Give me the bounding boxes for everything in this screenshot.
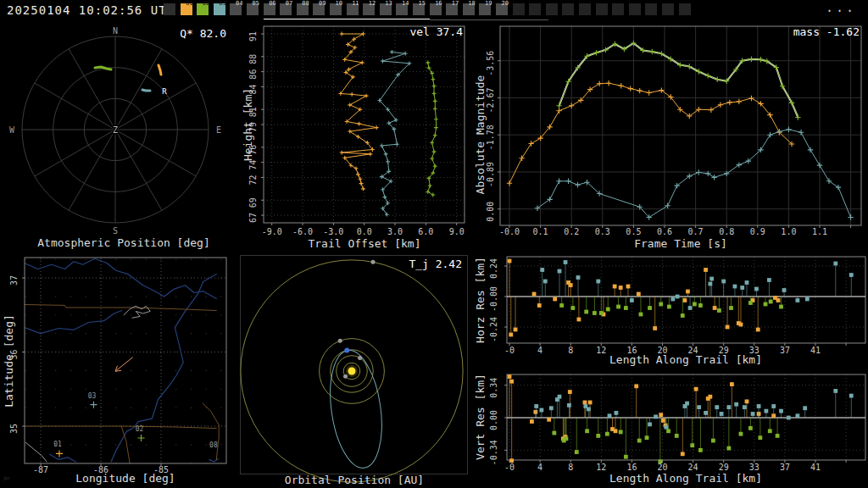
map-station-01: 01	[53, 441, 63, 457]
station-square-label: 08	[302, 0, 309, 7]
station-square-off-21	[513, 3, 525, 15]
station-square-09[interactable]: 09	[313, 3, 325, 15]
station-square-label: 18	[468, 0, 475, 7]
station-square-06[interactable]: 06	[264, 3, 275, 15]
station-square-label: 15	[419, 0, 426, 7]
station-square-02[interactable]: 02	[197, 3, 209, 15]
station-square-label: 20	[502, 0, 509, 7]
velocity-value: vel 37.4	[409, 25, 463, 38]
station-square-14[interactable]: 14	[396, 3, 408, 15]
svg-text:12: 12	[596, 346, 606, 355]
station-square-label: 13	[385, 0, 392, 7]
panel-orbit: T_j 2.42 Orbital Position [AU]	[240, 251, 469, 488]
svg-text:35: 35	[9, 424, 19, 434]
station-square-label: 06	[269, 0, 275, 7]
planet-mercury	[343, 374, 348, 379]
station-square-label: 03	[219, 0, 225, 7]
svg-text:86: 86	[248, 69, 258, 80]
vert-res-series-teal	[534, 389, 853, 430]
magnitude-series-orange	[507, 80, 794, 186]
svg-text:-0.89: -0.89	[486, 162, 495, 187]
horz-res-xlabel: Length Along Trail [km]	[609, 353, 762, 366]
station-square-label: 16	[435, 0, 442, 7]
svg-text:1.0: 1.0	[781, 227, 796, 236]
trail-offset-plot: -9.0-6.0-3.00.03.06.09.06769727476798184…	[240, 20, 471, 251]
vert-res-xlabel: Length Along Trail [km]	[609, 472, 762, 485]
station-square-label: 19	[485, 0, 492, 7]
svg-text:0.9: 0.9	[750, 227, 765, 236]
svg-text:-0.34: -0.34	[489, 440, 498, 465]
station-square-label: 02	[203, 0, 209, 7]
svg-text:0.24: 0.24	[489, 258, 498, 279]
station-square-13[interactable]: 13	[380, 3, 392, 15]
ground-track-arrow	[115, 358, 133, 372]
scrub-segment	[264, 19, 430, 19]
magnitude-ylabel: Absolute Magnitude	[474, 75, 487, 195]
svg-text:-3.0: -3.0	[323, 227, 343, 236]
svg-text:-9.0: -9.0	[262, 227, 282, 236]
svg-text:08: 08	[209, 441, 218, 449]
station-square-08[interactable]: 08	[297, 3, 309, 15]
station-square-label: 04	[236, 0, 242, 7]
station-square-01[interactable]: 01	[181, 3, 192, 15]
svg-text:-0.00: -0.00	[489, 286, 498, 312]
svg-text:0.0: 0.0	[357, 227, 372, 236]
svg-text:24: 24	[688, 463, 698, 472]
trail-series-orange	[338, 32, 378, 191]
station-square-03[interactable]: 03	[214, 3, 225, 15]
station-square-16[interactable]: 16	[430, 3, 442, 15]
svg-text:88: 88	[248, 54, 258, 64]
station-square-12[interactable]: 12	[363, 3, 375, 15]
station-square-label: 01	[186, 0, 192, 7]
mass-value: mass -1.62	[793, 25, 860, 38]
panel-map: 01020308-87-86-85373635 Longitude [deg] …	[0, 251, 240, 488]
station-square-off-24	[562, 3, 574, 15]
svg-text:41: 41	[810, 346, 821, 355]
svg-text:-0: -0	[504, 463, 515, 472]
station-square-label: 11	[352, 0, 359, 7]
planet-earth	[344, 347, 349, 352]
sun-dot	[348, 368, 356, 375]
station-square-label: 10	[336, 0, 342, 7]
station-square-19[interactable]: 19	[479, 3, 491, 15]
station-square-04[interactable]: 04	[230, 3, 242, 15]
map-station-02: 02	[136, 425, 145, 441]
station-square-off-27	[612, 3, 624, 15]
svg-text:W: W	[9, 125, 15, 135]
atmospheric-title: Atmospheric Position [deg]	[37, 236, 210, 249]
station-square-label: 12	[369, 0, 376, 7]
svg-text:0.3: 0.3	[595, 227, 610, 236]
svg-text:0.00: 0.00	[489, 410, 498, 430]
map-features: 01020308	[25, 258, 226, 463]
station-square-05[interactable]: 05	[247, 3, 259, 15]
station-square-off-26	[596, 3, 608, 15]
station-square-11[interactable]: 11	[347, 3, 359, 15]
svg-text:3.0: 3.0	[387, 227, 403, 236]
map-ylabel: Latitude [deg]	[3, 314, 15, 408]
orbit-title: Orbital Position [AU]	[285, 474, 424, 486]
station-square-18[interactable]: 18	[463, 3, 475, 15]
station-square-20[interactable]: 20	[496, 3, 508, 15]
menu-ellipsis[interactable]: ...	[826, 0, 856, 15]
station-square-10[interactable]: 10	[330, 3, 342, 15]
atmospheric-plot: NSEWZR	[0, 20, 240, 251]
residuals-plot: -04812162024293337410.24-0.00-0.24-04812…	[471, 251, 868, 488]
tisserand-value: T_j 2.42	[409, 258, 462, 270]
svg-text:16: 16	[626, 463, 637, 472]
station-square-07[interactable]: 07	[280, 3, 292, 15]
station-square-17[interactable]: 17	[446, 3, 458, 15]
trail-ylabel: Height [km]	[242, 88, 254, 161]
svg-text:1.1: 1.1	[812, 227, 827, 236]
svg-text:20: 20	[657, 463, 667, 472]
horz-res-ylabel: Horz Res [km]	[474, 257, 487, 343]
watermark: gw	[3, 474, 9, 480]
svg-text:0.1: 0.1	[533, 227, 548, 236]
station-square-15[interactable]: 15	[413, 3, 425, 15]
station-square-label: 17	[452, 0, 459, 7]
horz-res-series-teal	[540, 260, 853, 310]
station-square-off-0	[164, 3, 175, 15]
map-station-03: 03	[88, 392, 97, 408]
station-square-off-31	[679, 3, 691, 15]
svg-text:9.0: 9.0	[449, 227, 465, 236]
horz-res-series-orange	[508, 259, 781, 337]
